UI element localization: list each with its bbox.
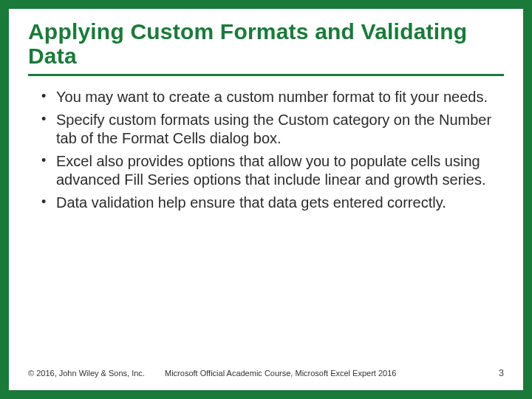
list-item: Data validation help ensure that data ge… xyxy=(38,194,497,212)
slide-content: Applying Custom Formats and Validating D… xyxy=(9,9,523,390)
slide-frame: Applying Custom Formats and Validating D… xyxy=(0,0,532,399)
course-text: Microsoft Official Academic Course, Micr… xyxy=(165,369,482,378)
list-item: Excel also provides options that allow y… xyxy=(38,152,497,189)
page-number: 3 xyxy=(482,367,504,378)
list-item: Specify custom formats using the Custom … xyxy=(38,111,497,148)
bullet-list: You may want to create a custom number f… xyxy=(28,88,504,212)
page-title: Applying Custom Formats and Validating D… xyxy=(28,19,504,68)
title-underline xyxy=(28,74,504,76)
footer: © 2016, John Wiley & Sons, Inc. Microsof… xyxy=(28,367,504,378)
copyright-text: © 2016, John Wiley & Sons, Inc. xyxy=(28,369,165,378)
list-item: You may want to create a custom number f… xyxy=(38,88,497,106)
